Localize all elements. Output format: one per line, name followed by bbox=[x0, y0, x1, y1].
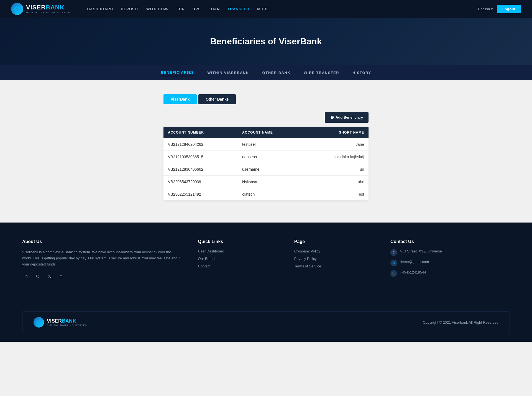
contact-phone: +454512418544 bbox=[400, 270, 426, 274]
footer-contact: Contact Us 📍 Null Street, XYZ, Universe … bbox=[390, 239, 510, 281]
subnav-beneficiaries[interactable]: BENEFICIARIES bbox=[161, 69, 194, 76]
contact-email: demo@gmail.com bbox=[400, 260, 429, 264]
cell-account-number: VB21210353036515 bbox=[163, 151, 238, 163]
contact-address-item: 📍 Null Street, XYZ, Universe bbox=[390, 249, 510, 256]
footer-link-our-branches[interactable]: Our Branches bbox=[198, 257, 278, 261]
cell-account-name: olatech bbox=[238, 188, 303, 201]
add-btn-wrap: ⊕ Add Beneficiary bbox=[163, 112, 369, 123]
instagram-icon[interactable]: ⬡ bbox=[34, 272, 42, 280]
social-icons: in ⬡ 𝕏 f bbox=[22, 272, 181, 280]
footer-quick-links: Quick Links User Dashboard Our Branches … bbox=[198, 239, 278, 281]
footer-logo-icon: 🌐 bbox=[34, 317, 44, 328]
nav-transfer[interactable]: TRANSFER bbox=[227, 7, 249, 11]
footer-logo-blue: BANK bbox=[62, 318, 76, 324]
email-icon: ✉ bbox=[390, 260, 397, 266]
footer-logo: 🌐 VISERBANK DIGITAL BANKING SYSTEM bbox=[34, 317, 88, 328]
logo-subtitle: DIGITAL BANKING SYSTEM bbox=[26, 11, 71, 14]
twitter-icon[interactable]: 𝕏 bbox=[45, 272, 53, 280]
footer-bottom: 🌐 VISERBANK DIGITAL BANKING SYSTEM Copyr… bbox=[22, 311, 510, 333]
col-account-number: ACCOUNT NUMBER bbox=[163, 127, 238, 138]
phone-icon: 📞 bbox=[390, 270, 397, 277]
table-header-row: ACCOUNT NUMBER ACCOUNT NAME SHORT NAME bbox=[163, 127, 369, 138]
logo-title-blue: BANK bbox=[46, 4, 65, 11]
table-row: VB2302255121492 olatech Test bbox=[163, 188, 369, 201]
footer-contact-title: Contact Us bbox=[390, 239, 510, 244]
subnav-wire-transfer[interactable]: WIRE TRANSFER bbox=[304, 70, 339, 76]
copyright-text: Copyright © 2021 Viserbank All Right Res… bbox=[423, 320, 498, 325]
hero-banner: Beneficiaries of ViserBank bbox=[0, 18, 532, 65]
nav-links: DASHBOARD DEPOSIT WITHDRAW FDR DPS LOAN … bbox=[87, 7, 478, 11]
viserbank-toggle-button[interactable]: ViserBank bbox=[163, 94, 197, 104]
footer-link-privacy-policy[interactable]: Privacy Policy bbox=[294, 257, 374, 261]
facebook-icon[interactable]: f bbox=[57, 272, 65, 280]
cell-short-name: Jane bbox=[303, 138, 369, 151]
footer-about: About Us Viserbank is a complete e-Banki… bbox=[22, 239, 181, 281]
nav-withdraw[interactable]: WITHDRAW bbox=[146, 7, 169, 11]
add-beneficiary-button[interactable]: ⊕ Add Beneficiary bbox=[325, 112, 369, 123]
subnav-history[interactable]: HISTORY bbox=[352, 70, 371, 76]
beneficiary-table: ACCOUNT NUMBER ACCOUNT NAME SHORT NAME V… bbox=[163, 127, 369, 200]
footer-link-terms-of-service[interactable]: Terms of Service bbox=[294, 264, 374, 268]
cell-short-name: Test bbox=[303, 188, 369, 201]
nav-dps[interactable]: DPS bbox=[193, 7, 201, 11]
table-row: VB21212830406662 username un bbox=[163, 163, 369, 176]
linkedin-icon[interactable]: in bbox=[22, 272, 30, 280]
nav-deposit[interactable]: DEPOSIT bbox=[121, 7, 139, 11]
add-beneficiary-label: Add Beneficiary bbox=[336, 115, 363, 119]
cell-account-number: VB2208543720039 bbox=[163, 176, 238, 188]
sub-nav: BENEFICIARIES WITHIN VISERBANK OTHER BAN… bbox=[0, 65, 532, 80]
footer-quick-links-title: Quick Links bbox=[198, 239, 278, 244]
cell-account-name: Nsksnsn bbox=[238, 176, 303, 188]
footer-about-title: About Us bbox=[22, 239, 181, 244]
cell-account-name: testuser bbox=[238, 138, 303, 151]
cell-account-number: VB21212846204262 bbox=[163, 138, 238, 151]
footer-link-company-policy[interactable]: Company Policy bbox=[294, 249, 374, 253]
nav-right: English ▾ Logout bbox=[478, 5, 521, 13]
cell-account-name: username bbox=[238, 163, 303, 176]
footer-about-description: Viserbank is a complete e-Banking system… bbox=[22, 249, 181, 267]
cell-account-number: VB2302255121492 bbox=[163, 188, 238, 201]
table-row: VB21210353036515 nauseas hajsdhka kajhsk… bbox=[163, 151, 369, 163]
footer-page-title: Page bbox=[294, 239, 374, 244]
main-content: ViserBank Other Banks ⊕ Add Beneficiary … bbox=[0, 80, 532, 223]
footer-link-contact[interactable]: Contact bbox=[198, 264, 278, 268]
navbar: 🌐 VISERBANK DIGITAL BANKING SYSTEM DASHB… bbox=[0, 0, 532, 18]
nav-loan[interactable]: LOAN bbox=[209, 7, 220, 11]
hero-title: Beneficiaries of ViserBank bbox=[210, 36, 322, 47]
footer-grid: About Us Viserbank is a complete e-Banki… bbox=[22, 239, 510, 281]
container: ViserBank Other Banks ⊕ Add Beneficiary … bbox=[158, 94, 374, 200]
table-row: VB21212846204262 testuser Jane bbox=[163, 138, 369, 151]
language-button[interactable]: English ▾ bbox=[478, 7, 493, 11]
contact-email-item: ✉ demo@gmail.com bbox=[390, 260, 510, 266]
col-account-name: ACCOUNT NAME bbox=[238, 127, 303, 138]
col-short-name: SHORT NAME bbox=[303, 127, 369, 138]
cell-short-name: abc bbox=[303, 176, 369, 188]
logo: 🌐 VISERBANK DIGITAL BANKING SYSTEM bbox=[11, 3, 71, 15]
chevron-down-icon: ▾ bbox=[491, 7, 493, 11]
other-banks-toggle-button[interactable]: Other Banks bbox=[198, 94, 236, 104]
table-row: VB2208543720039 Nsksnsn abc bbox=[163, 176, 369, 188]
logo-icon: 🌐 bbox=[11, 3, 23, 15]
plus-icon: ⊕ bbox=[330, 115, 334, 120]
cell-account-number: VB21212830406662 bbox=[163, 163, 238, 176]
contact-address: Null Street, XYZ, Universe bbox=[400, 249, 442, 253]
footer-logo-white: VISER bbox=[47, 318, 62, 324]
contact-phone-item: 📞 +454512418544 bbox=[390, 270, 510, 277]
logout-button[interactable]: Logout bbox=[497, 5, 521, 13]
footer-link-user-dashboard[interactable]: User Dashboard bbox=[198, 249, 278, 253]
language-label: English bbox=[478, 7, 490, 11]
footer-page: Page Company Policy Privacy Policy Terms… bbox=[294, 239, 374, 281]
subnav-within-viserbank[interactable]: WITHIN VISERBANK bbox=[207, 70, 249, 76]
nav-dashboard[interactable]: DASHBOARD bbox=[87, 7, 113, 11]
logo-title-white: VISER bbox=[26, 4, 46, 11]
cell-short-name: hajsdhka kajhskdj bbox=[303, 151, 369, 163]
subnav-other-bank[interactable]: OTHER BANK bbox=[262, 70, 291, 76]
nav-fdr[interactable]: FDR bbox=[177, 7, 185, 11]
toggle-group: ViserBank Other Banks bbox=[163, 94, 369, 104]
footer-page-links-list: Company Policy Privacy Policy Terms of S… bbox=[294, 249, 374, 268]
footer-bottom-wrap: 🌐 VISERBANK DIGITAL BANKING SYSTEM Copyr… bbox=[0, 306, 532, 342]
logo-text: VISERBANK DIGITAL BANKING SYSTEM bbox=[26, 4, 71, 14]
location-icon: 📍 bbox=[390, 249, 397, 256]
footer-quick-links-list: User Dashboard Our Branches Contact bbox=[198, 249, 278, 268]
nav-more[interactable]: MORE bbox=[257, 7, 269, 11]
